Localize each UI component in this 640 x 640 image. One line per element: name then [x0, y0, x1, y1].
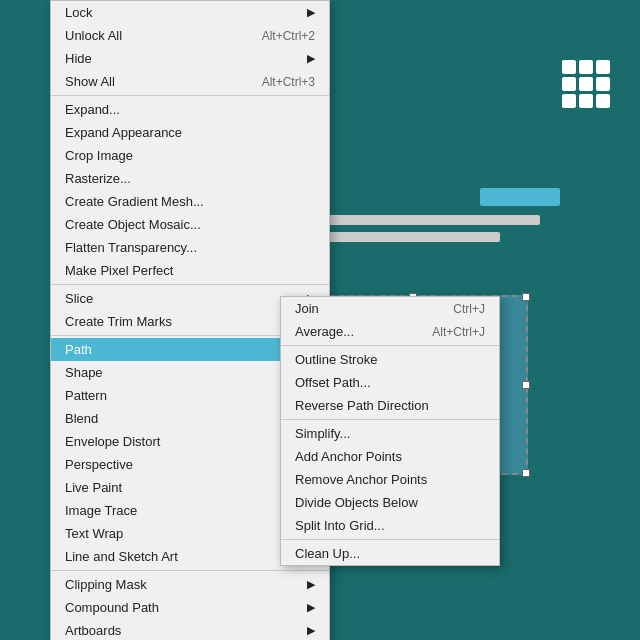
menu-separator: [51, 284, 329, 285]
submenu-item-label: Simplify...: [295, 426, 350, 441]
handle-mr: [522, 381, 530, 389]
menu-item-label: Make Pixel Perfect: [65, 263, 173, 278]
grid-cell: [562, 77, 576, 91]
menu-item-label: Crop Image: [65, 148, 133, 163]
submenu-item-label: Split Into Grid...: [295, 518, 385, 533]
menu-item-label: Shape: [65, 365, 103, 380]
submenu-item-add-anchor-points[interactable]: Add Anchor Points: [281, 445, 499, 468]
submenu-arrow-icon: ▶: [307, 578, 315, 591]
menu-item-lock[interactable]: Lock▶: [51, 1, 329, 24]
menu-item-label: Clipping Mask: [65, 577, 147, 592]
blue-rect: [480, 188, 560, 206]
menu-item-label: Expand...: [65, 102, 120, 117]
menu-item-label: Create Trim Marks: [65, 314, 172, 329]
submenu-shortcut: Ctrl+J: [453, 302, 485, 316]
submenu-item-average---[interactable]: Average...Alt+Ctrl+J: [281, 320, 499, 343]
submenu-item-label: Outline Stroke: [295, 352, 377, 367]
submenu-arrow-icon: ▶: [307, 624, 315, 637]
submenu-item-split-into-grid---[interactable]: Split Into Grid...: [281, 514, 499, 537]
menu-item-show-all[interactable]: Show AllAlt+Ctrl+3: [51, 70, 329, 93]
menu-item-label: Create Gradient Mesh...: [65, 194, 204, 209]
menu-item-label: Artboards: [65, 623, 121, 638]
menu-item-label: Live Paint: [65, 480, 122, 495]
path-submenu: JoinCtrl+JAverage...Alt+Ctrl+JOutline St…: [280, 296, 500, 566]
menu-item-label: Slice: [65, 291, 93, 306]
submenu-shortcut: Alt+Ctrl+J: [432, 325, 485, 339]
menu-item-label: Unlock All: [65, 28, 122, 43]
submenu-item-outline-stroke[interactable]: Outline Stroke: [281, 348, 499, 371]
menu-item-label: Lock: [65, 5, 92, 20]
menu-separator: [51, 570, 329, 571]
menu-item-clipping-mask[interactable]: Clipping Mask▶: [51, 573, 329, 596]
menu-item-label: Rasterize...: [65, 171, 131, 186]
grid-icon-area: [562, 60, 610, 108]
menu-item-label: Compound Path: [65, 600, 159, 615]
menu-item-label: Flatten Transparency...: [65, 240, 197, 255]
submenu-item-label: Clean Up...: [295, 546, 360, 561]
menu-item-label: Line and Sketch Art: [65, 549, 178, 564]
handle-tr: [522, 293, 530, 301]
submenu-item-simplify---[interactable]: Simplify...: [281, 422, 499, 445]
submenu-item-label: Add Anchor Points: [295, 449, 402, 464]
gray-line1: [300, 215, 540, 225]
submenu-item-offset-path---[interactable]: Offset Path...: [281, 371, 499, 394]
submenu-item-divide-objects-below[interactable]: Divide Objects Below: [281, 491, 499, 514]
submenu-item-join[interactable]: JoinCtrl+J: [281, 297, 499, 320]
grid-cell: [596, 60, 610, 74]
menu-separator: [51, 95, 329, 96]
grid-cell: [579, 94, 593, 108]
menu-item-label: Envelope Distort: [65, 434, 160, 449]
menu-item-label: Pattern: [65, 388, 107, 403]
menu-item-crop-image[interactable]: Crop Image: [51, 144, 329, 167]
grid-cell: [596, 94, 610, 108]
submenu-item-remove-anchor-points[interactable]: Remove Anchor Points: [281, 468, 499, 491]
submenu-arrow-icon: ▶: [307, 601, 315, 614]
gray-line2: [300, 232, 500, 242]
submenu-item-label: Offset Path...: [295, 375, 371, 390]
menu-item-artboards[interactable]: Artboards▶: [51, 619, 329, 640]
menu-item-expand---[interactable]: Expand...: [51, 98, 329, 121]
menu-item-compound-path[interactable]: Compound Path▶: [51, 596, 329, 619]
menu-item-label: Hide: [65, 51, 92, 66]
grid-icon: [562, 60, 610, 108]
submenu-arrow-icon: ▶: [307, 6, 315, 19]
submenu-separator: [281, 419, 499, 420]
submenu-item-label: Remove Anchor Points: [295, 472, 427, 487]
grid-cell: [596, 77, 610, 91]
menu-shortcut: Alt+Ctrl+2: [262, 29, 315, 43]
menu-item-create-object-mosaic---[interactable]: Create Object Mosaic...: [51, 213, 329, 236]
menu-item-make-pixel-perfect[interactable]: Make Pixel Perfect: [51, 259, 329, 282]
submenu-item-reverse-path-direction[interactable]: Reverse Path Direction: [281, 394, 499, 417]
submenu-item-label: Divide Objects Below: [295, 495, 418, 510]
handle-br: [522, 469, 530, 477]
grid-cell: [579, 77, 593, 91]
grid-cell: [579, 60, 593, 74]
submenu-item-label: Reverse Path Direction: [295, 398, 429, 413]
menu-item-expand-appearance[interactable]: Expand Appearance: [51, 121, 329, 144]
menu-item-label: Show All: [65, 74, 115, 89]
menu-item-label: Path: [65, 342, 92, 357]
menu-item-hide[interactable]: Hide▶: [51, 47, 329, 70]
menu-item-label: Blend: [65, 411, 98, 426]
submenu-separator: [281, 345, 499, 346]
menu-item-rasterize---[interactable]: Rasterize...: [51, 167, 329, 190]
grid-cell: [562, 94, 576, 108]
submenu-item-label: Join: [295, 301, 319, 316]
menu-item-unlock-all[interactable]: Unlock AllAlt+Ctrl+2: [51, 24, 329, 47]
submenu-item-label: Average...: [295, 324, 354, 339]
menu-item-label: Create Object Mosaic...: [65, 217, 201, 232]
menu-item-label: Expand Appearance: [65, 125, 182, 140]
menu-item-label: Text Wrap: [65, 526, 123, 541]
submenu-separator: [281, 539, 499, 540]
submenu-item-clean-up---[interactable]: Clean Up...: [281, 542, 499, 565]
menu-item-label: Perspective: [65, 457, 133, 472]
submenu-arrow-icon: ▶: [307, 52, 315, 65]
menu-item-flatten-transparency---[interactable]: Flatten Transparency...: [51, 236, 329, 259]
menu-shortcut: Alt+Ctrl+3: [262, 75, 315, 89]
menu-item-label: Image Trace: [65, 503, 137, 518]
grid-cell: [562, 60, 576, 74]
menu-item-create-gradient-mesh---[interactable]: Create Gradient Mesh...: [51, 190, 329, 213]
